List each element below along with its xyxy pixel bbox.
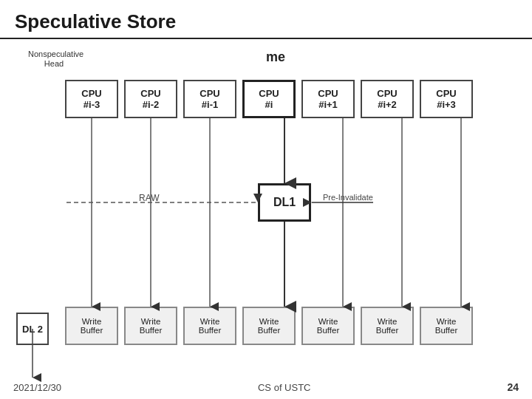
footer-center-text: CS of USTC — [258, 382, 311, 393]
dl2-label: DL 2 — [22, 324, 43, 335]
cpu-i-2-line1: CPU — [140, 88, 160, 99]
footer-page: 24 — [507, 381, 519, 393]
cpu-i-1-line1: CPU — [200, 88, 219, 99]
cpu-i1-line1: CPU — [318, 88, 338, 99]
cpu-box-i: CPU #i — [242, 80, 296, 118]
title-bar: Speculative Store — [0, 0, 532, 39]
footer-date: 2021/12/30 — [13, 382, 61, 393]
raw-label: RAW — [139, 193, 160, 203]
cpu-i2-line2: #i+2 — [378, 99, 397, 110]
dl2-box: DL 2 — [16, 313, 49, 345]
cpu-box-i-1: CPU #i-1 — [183, 80, 236, 118]
cpu-i-3-line1: CPU — [81, 88, 101, 99]
main-content: NonspeculativeHead me CPU #i-3 CPU #i-2 … — [0, 39, 532, 394]
cpu-box-i1: CPU #i+1 — [301, 80, 355, 118]
cpu-i-2-line2: #i-2 — [143, 99, 159, 110]
wb-row: Write Buffer Write Buffer Write Buffer W… — [65, 307, 479, 345]
cpu-i-1-line2: #i-1 — [202, 99, 218, 110]
cpu-i3-line1: CPU — [436, 88, 456, 99]
footer: 2021/12/30 CS of USTC 24 — [13, 381, 519, 393]
cpu-row: CPU #i-3 CPU #i-2 CPU #i-1 CPU #i CPU #i… — [65, 80, 479, 118]
wb-box-i2: Write Buffer — [361, 307, 414, 345]
slide-title: Speculative Store — [15, 10, 176, 33]
wb-box-i-1: Write Buffer — [183, 307, 236, 345]
cpu-i1-line2: #i+1 — [318, 99, 338, 110]
nonspeculative-head-label: NonspeculativeHead — [28, 50, 80, 69]
cpu-box-i3: CPU #i+3 — [420, 80, 473, 118]
cpu-i-line1: CPU — [259, 88, 279, 99]
pre-invalidate-label: Pre-Invalidate — [323, 193, 373, 202]
wb-box-i1: Write Buffer — [301, 307, 355, 345]
cpu-i-3-line2: #i-3 — [83, 99, 100, 110]
wb-box-i: Write Buffer — [242, 307, 296, 345]
cpu-box-i2: CPU #i+2 — [361, 80, 414, 118]
cpu-box-i-2: CPU #i-2 — [124, 80, 177, 118]
wb-box-i-3: Write Buffer — [65, 307, 118, 345]
slide: Speculative Store NonspeculativeHead me … — [0, 0, 532, 399]
cpu-i3-line2: #i+3 — [437, 99, 456, 110]
wb-box-i-2: Write Buffer — [124, 307, 177, 345]
cpu-i-line2: #i — [265, 99, 273, 110]
cpu-i2-line1: CPU — [377, 88, 397, 99]
wb-box-i3: Write Buffer — [420, 307, 473, 345]
cpu-box-i-3: CPU #i-3 — [65, 80, 118, 118]
dl1-box: DL1 — [258, 183, 311, 222]
me-label: me — [266, 50, 285, 65]
